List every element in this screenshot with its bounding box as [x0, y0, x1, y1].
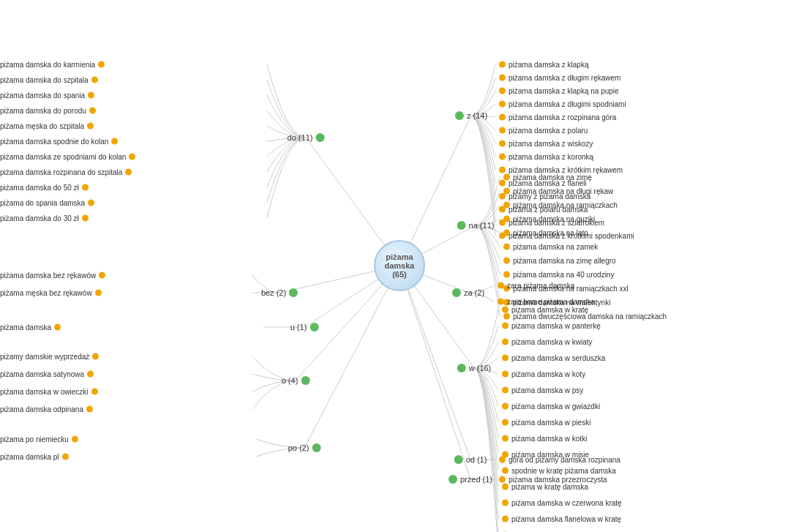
leaf-node: piżama damska przezroczysta: [499, 476, 607, 484]
leaf-node: piżama damska rozpinana do szpitala: [0, 168, 263, 176]
leaf-dot: [92, 353, 99, 360]
leaf-dot: [111, 138, 118, 145]
mid-label-za: za (2): [464, 288, 484, 297]
leaf-node: piżamy damskie wyprzedaż: [0, 353, 249, 361]
leaf-dot: [502, 307, 509, 313]
svg-line-10: [400, 266, 470, 479]
leaf-label: piżama damska z polaru: [509, 127, 588, 135]
leaf-node: piżama damska z klapką na pupie: [499, 87, 619, 95]
mind-map-canvas: piżamadamska(65) do (11)bez (2)u (1)o (4…: [0, 0, 799, 532]
leaf-dot: [129, 154, 135, 160]
leaf-node: piżama damska w czerwona kratę: [502, 499, 622, 507]
leaf-dot: [88, 200, 94, 206]
leaf-dot: [499, 61, 506, 68]
leaf-dot: [499, 88, 506, 94]
leaf-label: piżama damska w pieski: [511, 419, 590, 427]
leaf-node: piżama damska na guziki: [503, 215, 595, 223]
leaf-node: piżama damska do szpitala: [0, 76, 263, 84]
leaf-label: piżama damska z klapką: [509, 61, 589, 69]
mid-node-bez: bez (2): [261, 288, 298, 297]
leaf-dot: [99, 272, 105, 279]
leaf-label: piżama damska na ramiączkach: [513, 201, 618, 209]
leaf-dot: [499, 141, 506, 147]
leaf-label: piżama w kratę damska: [511, 483, 588, 491]
leaf-node: piżama damska z długimi spodniami: [499, 100, 626, 108]
leaf-label: piżama damska do spania: [0, 91, 85, 100]
leaf-node: zara piżama damska: [498, 282, 574, 290]
svg-line-4: [304, 266, 400, 448]
leaf-label: piżama damska na 40 urodziny: [513, 271, 614, 279]
leaf-dot: [498, 299, 504, 305]
leaf-label: piżama damska na zimę: [513, 173, 592, 181]
center-label: piżamadamska(65): [385, 252, 415, 279]
leaf-node: piżama damska odpinana: [0, 405, 249, 413]
leaf-label: piżama damska rozpinana do szpitala: [0, 168, 122, 176]
leaf-label: piżama damska z długimi spodniami: [509, 100, 626, 108]
leaf-dot: [88, 92, 94, 99]
leaf-node: piżama damska na zamek: [503, 243, 598, 251]
leaf-dot: [503, 271, 510, 278]
leaf-dot: [502, 339, 509, 345]
mid-label-po: po (2): [288, 443, 310, 452]
leaf-label: piżama do spania damska: [0, 199, 85, 207]
mid-node-od: od (1): [454, 455, 487, 464]
mid-node-u: u (1): [290, 323, 319, 331]
leaf-dot: [503, 230, 510, 236]
leaf-label: piżama damska flanelowa w kratę: [511, 515, 621, 523]
leaf-node: piżama damska pl: [0, 453, 252, 461]
leaf-node: piżama damska spodnie do kolan: [0, 138, 263, 146]
leaf-label: piżama damska satynowa: [0, 370, 84, 378]
leaf-label: piżama damska do szpitala: [0, 76, 89, 84]
leaf-node: piżama damska w owieczki: [0, 388, 249, 396]
mid-dot-przed: [449, 475, 457, 484]
leaf-label: piżama damska w czerwona kratę: [511, 499, 622, 507]
leaf-label: piżama damska spodnie do kolan: [0, 138, 108, 146]
mid-dot-po: [312, 443, 320, 452]
leaf-node: piżama męska bez rękawów: [0, 289, 249, 297]
leaf-label: zara home piżama damska: [507, 298, 595, 306]
leaf-node: piżama damska bez rękawów: [0, 271, 249, 280]
leaf-dot: [87, 371, 94, 378]
leaf-dot: [499, 476, 506, 483]
leaf-label: piżama damska w owieczki: [0, 388, 89, 396]
mid-node-z: z (14): [455, 111, 487, 120]
leaf-label: piżama damska przezroczysta: [509, 476, 607, 484]
leaf-dot: [503, 216, 510, 222]
leaf-label: piżama damska z klapką na pupie: [509, 87, 619, 95]
leaf-label: piżama damska bez rękawów: [0, 271, 96, 280]
leaf-dot: [503, 313, 510, 320]
leaf-dot: [502, 419, 509, 426]
leaf-label: spodnie w kratę piżama damska: [511, 467, 616, 475]
leaf-dot: [499, 114, 506, 121]
mid-dot-za: [452, 288, 461, 297]
leaf-dot: [72, 436, 78, 443]
leaf-dot: [502, 516, 509, 522]
leaf-node: piżama damska w psy: [502, 386, 583, 394]
leaf-label: piżama damska na zamek: [513, 243, 598, 251]
leaf-node: piżama damska do porodu: [0, 107, 263, 115]
leaf-label: piżamy damskie wyprzedaż: [0, 353, 89, 361]
mid-dot-bez: [289, 288, 298, 297]
leaf-node: piżama do spania damska: [0, 199, 263, 207]
leaf-node: piżama damska na 40 urodziny: [503, 271, 614, 279]
leaf-dot: [62, 454, 69, 460]
leaf-label: piżama męska bez rękawów: [0, 289, 92, 297]
leaf-node: piżama damska do 50 zł: [0, 184, 263, 192]
leaf-node: piżama damska z polaru: [499, 127, 588, 135]
leaf-node: piżama damska: [0, 323, 260, 331]
leaf-node: piżama damska z rozpinana góra: [499, 113, 616, 121]
center-node: piżamadamska(65): [374, 240, 425, 291]
mid-node-na: na (11): [457, 221, 495, 230]
mid-label-do: do (11): [288, 133, 313, 142]
leaf-label: piżama damska z rozpinana góra: [509, 113, 616, 121]
leaf-dot: [499, 127, 506, 134]
leaf-dot: [502, 435, 509, 442]
leaf-dot: [502, 323, 509, 329]
leaf-node: piżama damska w pieski: [502, 419, 590, 427]
leaf-node: piżama damska do spania: [0, 91, 263, 100]
leaf-label: piżama damska na długi rękaw: [513, 187, 613, 195]
mid-label-przed: przed (1): [460, 475, 492, 484]
leaf-dot: [502, 403, 509, 410]
leaf-label: góra od piżamy damska rozpinana: [509, 456, 620, 464]
leaf-dot: [91, 77, 98, 83]
